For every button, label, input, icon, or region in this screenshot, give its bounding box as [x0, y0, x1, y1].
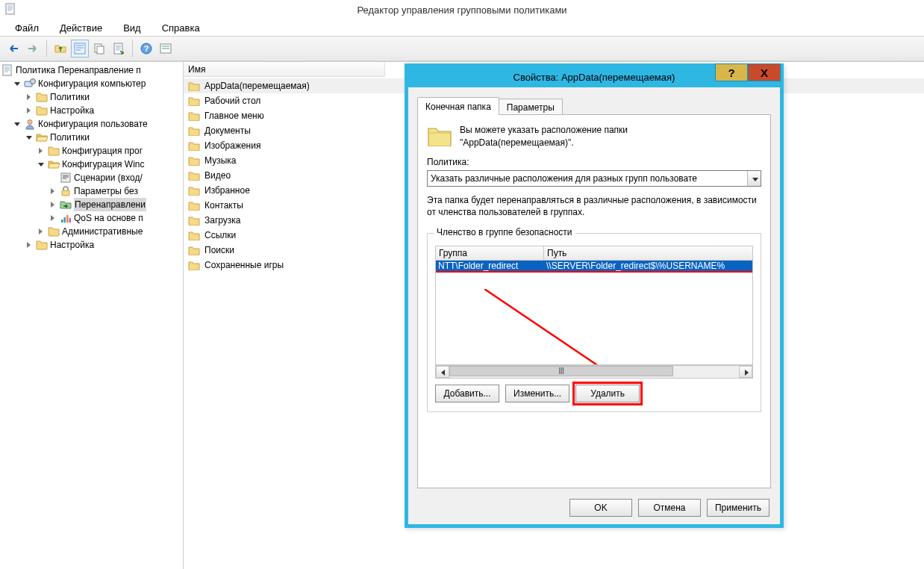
toolbar-copy-button[interactable] [90, 40, 108, 57]
scroll-left-icon[interactable] [436, 366, 449, 378]
list-column-name[interactable]: Имя [184, 62, 385, 77]
tree-scenarios[interactable]: Сценарии (вход/ [74, 171, 143, 184]
folder-icon [48, 145, 60, 157]
nav-forward-button[interactable] [24, 40, 42, 57]
menu-help[interactable]: Справка [154, 21, 207, 35]
dialog-tabs: Конечная папка Параметры [417, 97, 771, 115]
ok-button[interactable]: OK [569, 499, 632, 517]
combo-arrow-icon[interactable] [747, 171, 761, 186]
list-item-label: Сохраненные игры [205, 260, 284, 270]
folder-icon [188, 185, 200, 196]
list-item-label: Видео [205, 170, 231, 181]
folder-icon [188, 96, 200, 106]
redirect-icon [60, 199, 72, 211]
expand-icon[interactable] [37, 228, 46, 236]
nav-back-button[interactable] [4, 40, 22, 57]
grid-body[interactable]: NTT\Folder_redirect \\SERVER\Folder_redi… [435, 261, 753, 365]
folder-icon [188, 81, 200, 91]
tree-u-policies[interactable]: Политики [50, 131, 90, 144]
security-group-membership-box: Членство в группе безопасности Группа Пу… [427, 233, 761, 412]
tree-redirect[interactable]: Перенаправлени [74, 198, 146, 211]
tree-pane: Политика Перенаправление п Конфигурация … [0, 62, 184, 569]
tree-computer-cfg[interactable]: Конфигурация компьютер [38, 77, 146, 90]
tree-u-settings[interactable]: Настройка [50, 238, 94, 252]
cancel-button[interactable]: Отмена [638, 499, 701, 517]
tab-params[interactable]: Параметры [499, 99, 563, 115]
dialog-close-button[interactable]: X [748, 63, 781, 81]
menu-file[interactable]: Файл [7, 21, 46, 35]
folder-icon [188, 140, 200, 151]
toolbar-help-button[interactable] [137, 40, 155, 57]
grid-horizontal-scrollbar[interactable]: Ⅲ [435, 365, 753, 379]
grid-col-path[interactable]: Путь [544, 246, 752, 260]
expand-icon[interactable] [13, 80, 22, 88]
toolbar-properties-button[interactable] [71, 40, 89, 57]
tree-cfg-windows[interactable]: Конфигурация Winc [62, 158, 145, 171]
dialog-help-button[interactable]: ? [715, 63, 748, 81]
expand-icon[interactable] [37, 161, 46, 169]
user-config-icon [24, 118, 36, 130]
delete-button[interactable]: Удалить [575, 385, 640, 402]
properties-dialog: Свойства: AppData(перемещаемая) ? X Коне… [405, 63, 784, 528]
grid-row-selected[interactable]: NTT\Folder_redirect \\SERVER\Folder_redi… [436, 261, 752, 273]
window-title-bar: Редактор управления групповыми политикам… [0, 0, 924, 19]
list-item-label: Музыка [205, 155, 236, 166]
folder-open-icon [36, 131, 48, 143]
expand-icon[interactable] [25, 134, 34, 142]
tree-admin-tpl[interactable]: Административные [62, 225, 143, 238]
tree-c-policies[interactable]: Политики [50, 90, 90, 104]
toolbar-separator [132, 40, 133, 57]
toolbar-up-button[interactable] [51, 40, 69, 57]
list-item-label: Избранное [205, 185, 250, 196]
svg-rect-17 [95, 44, 102, 52]
toolbar-export-button[interactable] [110, 40, 128, 57]
list-item-label: Рабочий стол [205, 96, 260, 106]
tree-c-settings[interactable]: Настройка [50, 104, 94, 117]
policy-combo-value: Указать различные расположения для разны… [428, 173, 747, 184]
grid-col-group[interactable]: Группа [436, 246, 544, 260]
svg-rect-16 [75, 43, 85, 54]
scroll-right-icon[interactable] [739, 366, 752, 378]
expand-icon[interactable] [49, 214, 57, 223]
dialog-intro-text: Вы можете указать расположение папки "Ap… [460, 124, 699, 149]
list-item-label: Поиски [205, 245, 234, 255]
tree-cfg-programs[interactable]: Конфигурация прог [62, 144, 143, 158]
tree-user-cfg[interactable]: Конфигурация пользовате [38, 117, 148, 131]
qos-icon [60, 212, 72, 224]
annotation-arrow [484, 289, 649, 365]
dialog-title-text: Свойства: AppData(перемещаемая) [513, 72, 675, 83]
expand-icon[interactable] [49, 201, 57, 209]
folder-icon [188, 245, 200, 255]
menu-action[interactable]: Действие [52, 21, 110, 35]
expand-icon[interactable] [37, 147, 46, 155]
expand-icon[interactable] [25, 241, 34, 249]
policy-description: Эта папка будет перенаправляться в разли… [427, 194, 761, 218]
toolbar-separator [46, 40, 47, 57]
expand-icon[interactable] [49, 187, 57, 196]
scroll-thumb[interactable]: Ⅲ [449, 366, 673, 376]
apply-button[interactable]: Применить [707, 499, 770, 517]
list-pane: Имя AppData(перемещаемая)Рабочий столГла… [184, 62, 924, 569]
grid-header: Группа Путь [435, 246, 753, 261]
list-item-label: Документы [205, 125, 251, 136]
tree-sec-params[interactable]: Параметры без [74, 184, 138, 198]
folder-icon [36, 91, 48, 103]
tree-qos[interactable]: QoS на основе п [74, 211, 143, 225]
menu-view[interactable]: Вид [116, 21, 149, 35]
lock-icon [60, 185, 72, 197]
add-button[interactable]: Добавить... [435, 385, 499, 402]
policy-combo[interactable]: Указать различные расположения для разны… [427, 170, 761, 187]
expand-icon[interactable] [25, 93, 34, 102]
dialog-title-bar[interactable]: Свойства: AppData(перемещаемая) ? X [408, 66, 781, 87]
expand-icon[interactable] [25, 107, 34, 115]
folder-icon [188, 170, 200, 181]
tree-root[interactable]: Политика Перенаправление п [16, 63, 141, 77]
policy-tree[interactable]: Политика Перенаправление п Конфигурация … [1, 63, 181, 252]
dialog-footer: OK Отмена Применить [569, 499, 770, 517]
toolbar-filter-button[interactable] [157, 40, 175, 57]
folder-icon [36, 239, 48, 251]
expand-icon[interactable] [13, 120, 22, 128]
tab-target[interactable]: Конечная папка [417, 97, 499, 115]
edit-button[interactable]: Изменить... [505, 385, 569, 402]
list-item-label: AppData(перемещаемая) [205, 81, 310, 91]
